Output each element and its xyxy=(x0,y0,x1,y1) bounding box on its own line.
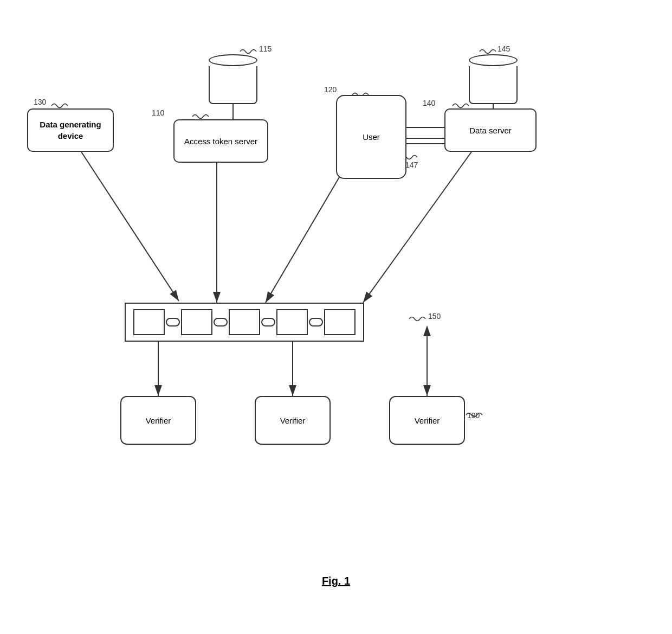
chain-link-2 xyxy=(214,318,228,326)
block-5 xyxy=(324,309,356,335)
data-server-box: Data server xyxy=(444,108,537,152)
data-generating-device-box: Data generatingdevice xyxy=(27,108,114,152)
block-3 xyxy=(229,309,260,335)
ref-115: 115 xyxy=(259,44,272,53)
verifier-2-box: Verifier xyxy=(255,396,331,445)
user-box: User xyxy=(336,95,406,179)
ref-147: 147 xyxy=(405,161,418,169)
data-server-label: Data server xyxy=(469,125,512,136)
chain-link-4 xyxy=(309,318,323,326)
cylinder-145 xyxy=(469,54,518,104)
block-2 xyxy=(181,309,212,335)
block-1 xyxy=(133,309,165,335)
cylinder-115 xyxy=(209,54,257,104)
ref-110: 110 xyxy=(152,108,164,117)
figure-caption: Fig. 1 xyxy=(293,575,379,587)
cylinder-115-top xyxy=(209,54,257,66)
cylinder-145-body xyxy=(469,66,518,104)
ref-140: 140 xyxy=(423,99,435,107)
verifier-3-label: Verifier xyxy=(415,415,440,426)
ref-130: 130 xyxy=(34,98,46,106)
blockchain-container xyxy=(125,303,364,342)
verifier-1-box: Verifier xyxy=(120,396,196,445)
verifier-2-label: Verifier xyxy=(280,415,306,426)
ref-190: 190 xyxy=(467,411,480,420)
ref-120: 120 xyxy=(324,85,337,94)
svg-line-8 xyxy=(81,152,179,301)
chain-link-1 xyxy=(166,318,180,326)
access-token-server-box: Access token server xyxy=(173,119,268,163)
block-4 xyxy=(276,309,308,335)
ref-150: 150 xyxy=(428,312,441,321)
verifier-3-box: Verifier xyxy=(389,396,465,445)
ref-145: 145 xyxy=(497,44,510,53)
cylinder-145-top xyxy=(469,54,518,66)
access-token-server-label: Access token server xyxy=(184,136,257,147)
chain-link-3 xyxy=(261,318,275,326)
diagram: Data generatingdevice 130 Access token s… xyxy=(0,0,672,634)
verifier-1-label: Verifier xyxy=(146,415,171,426)
user-label: User xyxy=(363,131,380,143)
svg-line-9 xyxy=(266,174,341,303)
cylinder-115-body xyxy=(209,66,257,104)
data-generating-device-label: Data generatingdevice xyxy=(40,119,101,142)
